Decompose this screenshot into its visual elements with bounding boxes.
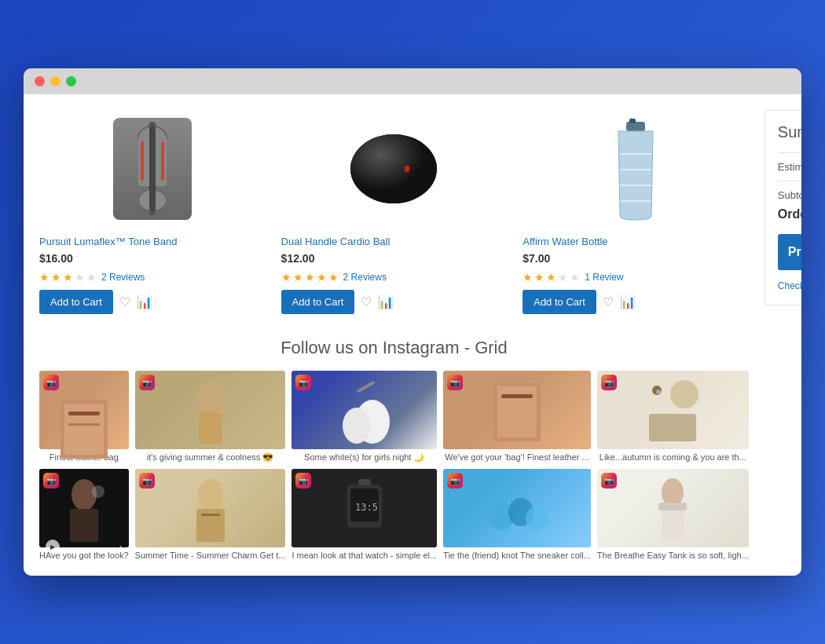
reviews-link[interactable]: 2 Reviews <box>101 272 145 283</box>
svg-point-30 <box>656 390 661 394</box>
product-actions: Add to Cart ♡ 📊 <box>39 290 266 314</box>
instagram-item[interactable]: 13:5 📷 I mean look at that watch - simpl… <box>292 469 437 560</box>
svg-rect-25 <box>497 386 537 437</box>
compare-icon[interactable]: 📊 <box>137 295 152 309</box>
expand-icon[interactable]: ⤢ <box>116 543 123 554</box>
product-actions: Add to Cart ♡ 📊 <box>522 290 749 314</box>
products-grid: Pursuit Lumaflex™ Tone Band $16.00 ★ ★ ★… <box>39 110 749 315</box>
product-name[interactable]: Pursuit Lumaflex™ Tone Band <box>39 236 266 249</box>
svg-rect-18 <box>68 423 100 426</box>
instagram-caption: The Breathe Easy Tank is so soft, ligh..… <box>597 551 749 560</box>
product-image-container <box>522 110 749 228</box>
instagram-item[interactable]: 📷 Some white(s) for girls night 🌙 <box>292 371 437 463</box>
instagram-icon: 📷 <box>139 473 155 488</box>
star-2: ★ <box>293 271 303 284</box>
star-4: ★ <box>75 271 85 284</box>
product-rating: ★ ★ ★ ★ ★ 1 Review <box>522 271 749 284</box>
star-1: ★ <box>39 271 50 284</box>
estimate-shipping-row[interactable]: Estimate Shipping and Tax ∨ <box>778 152 801 181</box>
instagram-image <box>292 371 437 449</box>
svg-rect-40 <box>358 479 371 485</box>
instagram-item[interactable]: 📷 it's giving summer & coolness 😎 <box>135 371 286 463</box>
add-to-cart-button[interactable]: Add to Cart <box>39 290 113 314</box>
instagram-image <box>135 469 286 547</box>
reviews-link[interactable]: 1 Review <box>585 272 623 283</box>
svg-rect-14 <box>620 200 651 202</box>
product-actions: Add to Cart ♡ 📊 <box>281 290 508 314</box>
wishlist-icon[interactable]: ♡ <box>119 295 130 309</box>
instagram-icon: 📷 <box>447 375 463 390</box>
close-button[interactable] <box>35 76 45 86</box>
reviews-link[interactable]: 2 Reviews <box>343 272 387 283</box>
instagram-item[interactable]: 📷 The Breathe Easy Tank is so soft, ligh… <box>597 469 749 560</box>
instagram-item[interactable]: 📷 Finest leather bag <box>39 371 129 463</box>
svg-rect-8 <box>405 166 409 172</box>
instagram-item[interactable]: 📷 Like...autumn is coming & you are th..… <box>597 371 749 463</box>
estimate-shipping-label: Estimate Shipping and Tax <box>778 161 801 173</box>
svg-text:13:5: 13:5 <box>355 502 378 513</box>
svg-rect-12 <box>620 169 651 170</box>
instagram-caption: Summer Time - Summer Charm Get t... <box>135 551 286 560</box>
instagram-item[interactable]: 📷 We've got your 'bag'! Finest leather .… <box>443 371 591 463</box>
instagram-caption: Tie the (friend) knot The sneaker coll..… <box>443 551 591 560</box>
star-1: ★ <box>522 271 533 284</box>
maximize-button[interactable] <box>66 76 76 86</box>
instagram-section: Follow us on Instagram - Grid <box>39 338 749 560</box>
instagram-caption: Like...autumn is coming & you are th... <box>597 452 749 462</box>
instagram-image <box>443 371 591 449</box>
instagram-image: 13:5 <box>292 469 437 547</box>
svg-rect-46 <box>658 503 687 510</box>
wishlist-icon[interactable]: ♡ <box>603 295 614 309</box>
multi-address-link[interactable]: Check Out with Multiple Addresses <box>778 280 801 291</box>
instagram-icon: 📷 <box>295 375 311 390</box>
instagram-image <box>443 469 591 547</box>
order-total-label: Order Total <box>778 207 801 221</box>
browser-titlebar <box>24 68 801 94</box>
star-3: ★ <box>546 271 556 284</box>
product-card: Dual Handle Cardio Ball $12.00 ★ ★ ★ ★ ★… <box>281 110 508 315</box>
instagram-icon: 📷 <box>43 473 59 488</box>
instagram-icon: 📷 <box>447 473 463 488</box>
svg-rect-11 <box>620 153 651 155</box>
instagram-icon: 📷 <box>601 375 617 390</box>
svg-point-43 <box>526 506 548 531</box>
add-to-cart-button[interactable]: Add to Cart <box>522 290 596 314</box>
compare-icon[interactable]: 📊 <box>378 295 394 309</box>
svg-rect-4 <box>141 141 144 181</box>
instagram-item[interactable]: 📷 Tie the (friend) knot The sneaker coll… <box>443 469 591 560</box>
svg-rect-9 <box>626 122 645 131</box>
compare-icon[interactable]: 📊 <box>620 295 636 309</box>
instagram-caption: Some white(s) for girls night 🌙 <box>292 452 437 463</box>
svg-rect-23 <box>357 381 376 393</box>
instagram-caption: I mean look at that watch - simple el... <box>292 551 437 560</box>
minimize-button[interactable] <box>50 76 60 86</box>
svg-rect-5 <box>161 141 164 181</box>
svg-point-33 <box>92 485 104 498</box>
instagram-caption: We've got your 'bag'! Finest leather ... <box>443 452 591 462</box>
product-card: Pursuit Lumaflex™ Tone Band $16.00 ★ ★ ★… <box>39 110 266 315</box>
browser-content: Pursuit Lumaflex™ Tone Band $16.00 ★ ★ ★… <box>24 94 801 576</box>
star-4: ★ <box>317 271 327 284</box>
svg-rect-16 <box>64 404 104 455</box>
instagram-item[interactable]: 📷 Summer Time - Summer Charm Get t... <box>135 469 286 560</box>
svg-rect-17 <box>68 412 100 415</box>
checkout-button[interactable]: Proceed to Checkout <box>778 234 801 270</box>
product-rating: ★ ★ ★ ★ ★ 2 Reviews <box>281 271 508 284</box>
instagram-icon: 📷 <box>601 473 617 488</box>
star-4: ★ <box>558 271 568 284</box>
svg-rect-36 <box>201 514 220 516</box>
svg-point-7 <box>350 134 437 203</box>
add-to-cart-button[interactable]: Add to Cart <box>281 290 355 314</box>
svg-rect-45 <box>662 506 684 541</box>
svg-rect-32 <box>70 509 98 542</box>
instagram-item[interactable]: 📷 ▶ ⤢ HAve you got the look? <box>39 469 129 560</box>
wishlist-icon[interactable]: ♡ <box>361 295 372 309</box>
product-image-1 <box>113 118 192 220</box>
product-name[interactable]: Dual Handle Cardio Ball <box>281 236 508 249</box>
star-1: ★ <box>281 271 292 284</box>
order-total-row: Order Total $34.00 <box>778 207 801 221</box>
product-name[interactable]: Affirm Water Bottle <box>522 236 749 249</box>
star-5: ★ <box>328 271 339 284</box>
star-3: ★ <box>305 271 315 284</box>
svg-rect-26 <box>501 394 533 398</box>
